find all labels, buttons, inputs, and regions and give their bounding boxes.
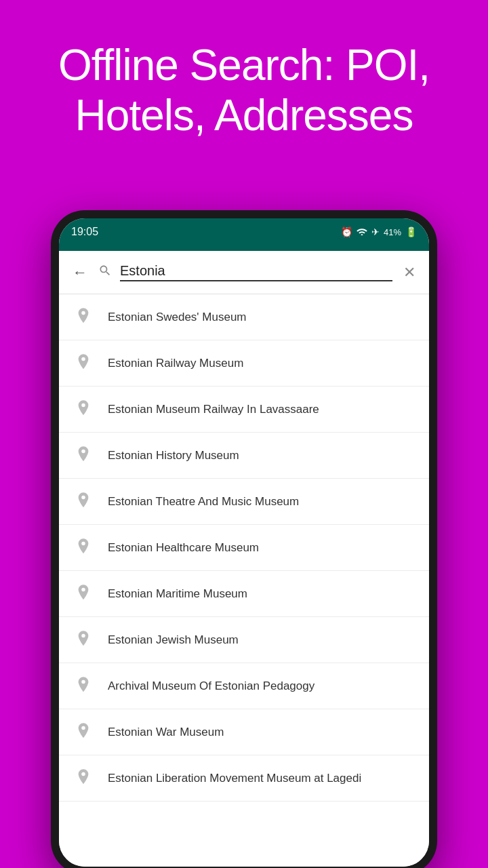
svg-point-10 (81, 772, 85, 776)
svg-point-7 (81, 633, 85, 637)
header-title: Offline Search: POI, Hotels, Addresses (27, 41, 461, 140)
pin-icon (73, 675, 94, 697)
svg-point-1 (81, 357, 85, 361)
pin-icon (73, 307, 94, 328)
list-item[interactable]: Estonian Railway Museum (59, 340, 429, 387)
search-icon (98, 264, 112, 281)
search-underline (120, 280, 392, 281)
pin-icon (73, 722, 94, 743)
search-query: Estonia (120, 263, 392, 279)
list-item[interactable]: Estonian Maritime Museum (59, 571, 429, 617)
status-icons: ⏰ ✈ 41% 🔋 (341, 226, 417, 237)
status-time: 19:05 (71, 226, 98, 238)
svg-point-4 (81, 495, 85, 499)
list-item[interactable]: Estonian Theatre And Music Museum (59, 479, 429, 525)
svg-point-2 (81, 403, 85, 407)
result-label: Estonian Theatre And Music Museum (108, 495, 299, 509)
result-label: Estonian Swedes' Museum (108, 311, 247, 324)
list-item[interactable]: Estonian Museum Railway In Lavassaare (59, 387, 429, 433)
pin-icon (73, 353, 94, 374)
list-item[interactable]: Estonian Liberation Movement Museum at L… (59, 755, 429, 802)
status-bar: 19:05 ⏰ ✈ 41% 🔋 (59, 218, 429, 245)
pin-icon (73, 399, 94, 420)
result-label: Estonian Railway Museum (108, 357, 243, 370)
svg-point-3 (81, 449, 85, 453)
pin-icon (73, 491, 94, 513)
results-list: Estonian Swedes' Museum Estonian Railway… (59, 294, 429, 867)
header-section: Offline Search: POI, Hotels, Addresses (0, 0, 488, 167)
result-label: Estonian Healthcare Museum (108, 541, 259, 555)
result-label: Estonian War Museum (108, 726, 224, 739)
svg-point-0 (81, 311, 85, 315)
pin-icon (73, 445, 94, 467)
pin-icon (73, 583, 94, 605)
list-item[interactable]: Estonian Swedes' Museum (59, 294, 429, 340)
list-item[interactable]: Estonian History Museum (59, 433, 429, 479)
phone-mockup: 19:05 ⏰ ✈ 41% 🔋 ← (51, 210, 437, 868)
svg-point-5 (81, 541, 85, 545)
list-item[interactable]: Estonian Jewish Museum (59, 617, 429, 663)
pin-icon (73, 768, 94, 789)
clear-button[interactable]: ✕ (401, 261, 418, 284)
svg-point-6 (81, 587, 85, 591)
app-bar (59, 245, 429, 251)
pin-icon (73, 629, 94, 651)
result-label: Estonian Jewish Museum (108, 633, 239, 647)
result-label: Estonian Maritime Museum (108, 587, 247, 601)
battery-icon: 🔋 (405, 226, 417, 237)
list-item[interactable]: Estonian War Museum (59, 709, 429, 755)
search-bar: ← Estonia ✕ (59, 251, 429, 294)
list-item[interactable]: Estonian Healthcare Museum (59, 525, 429, 571)
airplane-icon: ✈ (371, 226, 380, 237)
result-label: Estonian Liberation Movement Museum at L… (108, 772, 361, 785)
wifi-icon (357, 226, 367, 237)
svg-point-9 (81, 726, 85, 730)
list-item[interactable]: Archival Museum Of Estonian Pedagogy (59, 663, 429, 709)
back-button[interactable]: ← (70, 262, 90, 283)
phone-screen: 19:05 ⏰ ✈ 41% 🔋 ← (59, 218, 429, 867)
result-label: Estonian History Museum (108, 449, 239, 462)
pin-icon (73, 537, 94, 559)
phone-frame: 19:05 ⏰ ✈ 41% 🔋 ← (51, 210, 437, 868)
alarm-icon: ⏰ (341, 226, 352, 237)
search-input-area[interactable]: Estonia (120, 263, 392, 281)
battery-level: 41% (384, 227, 401, 237)
result-label: Archival Museum Of Estonian Pedagogy (108, 679, 314, 693)
svg-point-8 (81, 679, 85, 684)
result-label: Estonian Museum Railway In Lavassaare (108, 403, 319, 416)
